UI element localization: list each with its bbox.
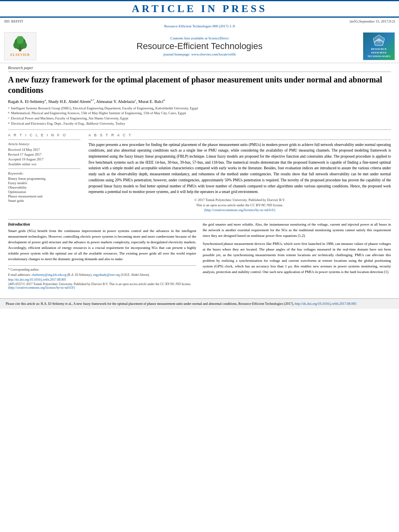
article-type: Research paper: [8, 66, 391, 72]
intro-left-para: Smart grids (SGs) benefit from the conti…: [8, 228, 196, 262]
journal-logo-right: RESOURCEEFFICIENTTECHNOLOGIES: [363, 32, 395, 60]
footnote-area: * Corresponding author. E-mail addresses…: [8, 265, 196, 277]
date-label: [m5G;September 15, 2017;9:2]: [350, 19, 395, 23]
banner-text: ARTICLE IN PRESS: [132, 3, 267, 14]
ret-logo-text: RESOURCEEFFICIENTTECHNOLOGIES: [367, 47, 390, 58]
abstract-heading: A B S T R A C T: [88, 133, 391, 137]
received-date: Received 14 May 2017: [8, 148, 80, 152]
intro-right-para1: the grid smarter and more reliable. Also…: [203, 222, 391, 239]
divider-1: [8, 129, 391, 130]
available-date: Available online xxx: [8, 162, 80, 166]
elsevier-logo-box: ELSEVIER: [4, 32, 36, 60]
keyword-2: Fuzzy models: [8, 181, 80, 185]
info-divider: [8, 140, 80, 140]
copyright-line1: © 2017 Tomsk Polytechnic University. Pub…: [88, 197, 391, 203]
intro-right-para2: Synchronized phasor measurement devices …: [203, 241, 391, 275]
footnote-emails: E-mail addresses: elsehiemy@eng.kfs.edu.…: [8, 273, 196, 277]
top-meta-bar: JID: REFFIT [m5G;September 15, 2017;9:2]: [0, 18, 399, 24]
keyword-1: Binary linear programming: [8, 177, 80, 181]
info-abstract-section: A R T I C L E I N F O Article history: R…: [8, 133, 391, 216]
homepage-link[interactable]: journal homepage: www.elsevier.com/locat…: [40, 52, 359, 56]
citation-bar: Please cite this article as: R.A. El-Seh…: [0, 298, 399, 309]
article-info-heading: A R T I C L E I N F O: [8, 133, 80, 137]
introduction-section: Introduction Smart grids (SGs) benefit f…: [8, 222, 391, 290]
intro-left: Introduction Smart grids (SGs) benefit f…: [8, 222, 196, 290]
journal-title: Resource-Efficient Technologies: [40, 41, 359, 51]
affiliation-c: c Electrical Power and Machines, Faculty…: [8, 116, 391, 121]
citation-text: Please cite this article as: R.A. El-Seh…: [6, 302, 294, 306]
keyword-4: Optimization: [8, 190, 80, 194]
jid-label: JID: REFFIT: [4, 19, 23, 23]
elsevier-wordmark: ELSEVIER: [10, 53, 30, 57]
elsevier-tree-icon: [10, 36, 30, 52]
journal-center: Contents lists available at ScienceDirec…: [40, 36, 359, 56]
intro-title: Introduction: [8, 222, 196, 226]
license-link[interactable]: (http://creativecommons.org/licenses/by-…: [8, 286, 75, 290]
issn-line: 2405-6537/© 2017 Tomsk Polytechnic Unive…: [8, 282, 196, 290]
sciencedirect-text[interactable]: Contents lists available at ScienceDirec…: [40, 36, 359, 40]
affiliation-a: a Intelligent Systems Research Group (IS…: [8, 106, 391, 111]
copyright-line2: This is an open access article under the…: [88, 203, 391, 208]
authors-line: Ragab A. El-Sehiemya, Shady H.E. Abdel A…: [8, 99, 391, 104]
body-divider: [8, 219, 391, 220]
doi-line[interactable]: http://dx.doi.org/10.1016/j.reffit.2017.…: [8, 278, 196, 281]
keyword-3: Observability: [8, 185, 80, 189]
affiliations: a Intelligent Systems Research Group (IS…: [8, 106, 391, 126]
keyword-5: Phasor measurement unit: [8, 194, 80, 198]
intro-right: the grid smarter and more reliable. Also…: [203, 222, 391, 290]
abstract-text: This paper presents a new procedure for …: [88, 142, 391, 195]
abstract-col: A B S T R A C T This paper presents a ne…: [88, 133, 391, 216]
article-in-press-banner: ARTICLE IN PRESS: [0, 0, 399, 18]
journal-ref[interactable]: Resource-Efficient Technologies 000 (201…: [0, 24, 399, 28]
article-title: A new fuzzy framework for the optimal pl…: [8, 74, 391, 95]
affiliation-b: b Mathematical, Physical and Engineering…: [8, 111, 391, 116]
footnote-corresponding: * Corresponding author.: [8, 267, 196, 272]
copyright-link[interactable]: (http://creativecommons.org/licenses/by-…: [88, 207, 391, 213]
citation-link[interactable]: http://dx.doi.org/10.1016/j.reffit.2017.…: [295, 302, 356, 306]
abstract-divider: [88, 140, 391, 140]
revised-date: Revised 17 August 2017: [8, 152, 80, 156]
keywords-label: Keywords:: [8, 171, 80, 175]
article-content: Research paper A new fuzzy framework for…: [0, 63, 399, 296]
affiliation-d: d Electrical and Electronics Eng. Dept.,…: [8, 121, 391, 126]
ret-logo-icon: [371, 34, 387, 47]
journal-header: ELSEVIER Contents lists available at Sci…: [0, 30, 399, 63]
keywords-divider: [8, 168, 80, 169]
history-label: Article history:: [8, 142, 80, 146]
keyword-6: Smart grids: [8, 199, 80, 203]
copyright-box: © 2017 Tomsk Polytechnic University. Pub…: [88, 197, 391, 213]
accepted-date: Accepted 19 August 2017: [8, 157, 80, 161]
article-info-col: A R T I C L E I N F O Article history: R…: [8, 133, 80, 216]
elsevier-logo: ELSEVIER: [10, 36, 30, 57]
